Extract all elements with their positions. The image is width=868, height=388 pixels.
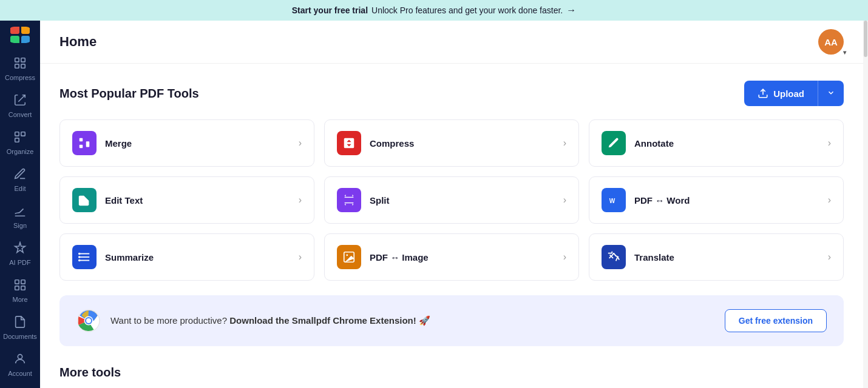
tool-card-annotate[interactable]: Annotate › [589,119,844,167]
translate-chevron-icon: › [828,252,831,263]
tool-card-pdf-image[interactable]: PDF ↔ Image › [324,233,579,281]
edit-text-icon: T [72,188,97,212]
avatar-initials: AA [824,37,838,47]
account-icon [13,352,27,367]
svg-rect-8 [21,280,25,284]
dropdown-chevron-icon [827,89,835,97]
sidebar-label-more: More [12,296,27,303]
pdf-image-chevron-icon: › [563,252,566,263]
sidebar-item-account[interactable]: Account [3,347,37,382]
extension-banner: Want to be more productive? Download the… [59,295,844,346]
svg-rect-5 [21,132,25,136]
documents-icon [13,315,27,330]
compress-icon [13,56,27,72]
scrollbar-thumb[interactable] [864,21,867,57]
svg-rect-6 [15,138,19,142]
merge-chevron-icon: › [299,138,302,149]
edit-text-label: Edit Text [105,195,143,206]
summarize-icon [72,245,97,269]
pdf-image-label: PDF ↔ Image [370,252,429,263]
tools-grid: Merge › Compress › [59,119,844,281]
sidebar-item-aipdf[interactable]: AI PDF [3,236,37,271]
svg-rect-4 [15,132,19,136]
avatar-chevron-icon: ▾ [843,49,846,56]
summarize-chevron-icon: › [299,252,302,263]
aipdf-icon [13,241,27,256]
sidebar-item-documents[interactable]: Documents [3,310,37,345]
sidebar-item-sign[interactable]: Sign [3,199,37,234]
svg-point-11 [18,355,22,359]
compress-label: Compress [370,138,414,149]
more-icon [13,278,27,293]
upload-label: Upload [773,89,804,99]
edit-icon [13,167,27,182]
top-banner: Start your free trial Unlock Pro feature… [0,0,868,21]
svg-rect-1 [21,58,25,62]
more-tools-title: More tools [59,366,844,380]
extension-text: Want to be more productive? Download the… [110,315,430,326]
pdf-word-chevron-icon: › [828,195,831,206]
section-header: Most Popular PDF Tools Upload [59,81,844,106]
sidebar-label-account: Account [8,370,32,377]
sidebar-label-aipdf: AI PDF [9,259,30,266]
tool-card-split[interactable]: Split › [324,176,579,224]
get-free-extension-button[interactable]: Get free extension [725,309,827,332]
translate-icon [602,245,626,269]
pdf-word-label: PDF ↔ Word [634,195,690,206]
svg-rect-9 [15,286,19,290]
svg-point-20 [79,253,80,255]
sidebar-item-compress[interactable]: Compress [3,52,37,86]
banner-arrow: → [566,5,576,16]
sidebar-item-convert[interactable]: Convert [3,89,37,123]
edit-text-chevron-icon: › [299,195,302,206]
merge-icon [72,131,97,155]
organize-icon [13,130,27,146]
tool-card-summarize[interactable]: Summarize › [59,233,314,281]
split-icon [337,188,361,212]
tool-card-pdf-word[interactable]: W PDF ↔ Word › [589,176,844,224]
tool-card-edit-text[interactable]: T Edit Text › [59,176,314,224]
annotate-icon [602,131,626,155]
svg-text:T: T [81,198,85,204]
banner-text-bold: Start your free trial [292,5,368,15]
upload-dropdown-button[interactable] [818,81,844,106]
upload-button-group: Upload [744,81,844,106]
svg-point-28 [86,318,91,323]
extension-text-bold: Download the Smallpdf Chrome Extension! … [229,315,430,326]
svg-text:W: W [609,198,615,204]
svg-point-24 [346,254,348,256]
split-chevron-icon: › [563,195,566,206]
tool-card-merge[interactable]: Merge › [59,119,314,167]
tool-card-compress[interactable]: Compress › [324,119,579,167]
sidebar-item-edit[interactable]: Edit [3,162,37,197]
annotate-label: Annotate [634,138,674,149]
sign-icon [13,204,27,219]
split-label: Split [370,195,390,206]
translate-label: Translate [634,252,674,263]
app-logo[interactable] [8,27,32,43]
ext-btn-label: Get free extension [739,316,813,326]
svg-rect-7 [15,280,19,284]
banner-text-normal: Unlock Pro features and get your work do… [371,5,563,15]
page-title: Home [59,34,97,50]
sidebar-label-edit: Edit [15,185,26,192]
app-header: Home AA ▾ [40,21,863,64]
main-content: Most Popular PDF Tools Upload [40,64,863,388]
sidebar-label-organize: Organize [7,148,34,155]
sidebar-item-organize[interactable]: Organize [3,125,37,160]
chrome-icon [76,309,101,333]
avatar-button[interactable]: AA ▾ [818,29,844,55]
svg-rect-0 [15,58,19,62]
upload-icon [758,88,768,99]
summarize-label: Summarize [105,252,154,263]
scrollbar-track [863,21,868,388]
pdf-image-icon [337,245,361,269]
sidebar-label-documents: Documents [3,333,37,340]
upload-main-button[interactable]: Upload [744,81,818,106]
convert-icon [13,93,27,109]
section-title: Most Popular PDF Tools [59,87,199,101]
pdf-word-icon: W [602,188,626,212]
tool-card-translate[interactable]: Translate › [589,233,844,281]
svg-rect-2 [15,64,19,68]
sidebar-item-more[interactable]: More [3,273,37,308]
